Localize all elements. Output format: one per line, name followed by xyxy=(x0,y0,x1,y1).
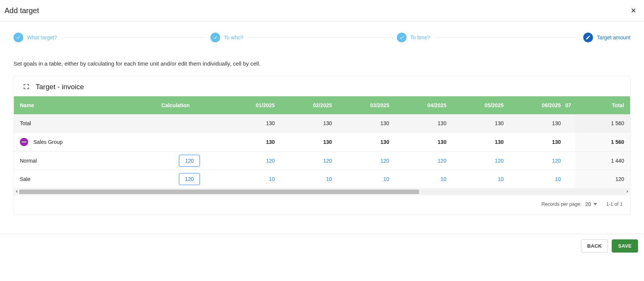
cell-value: 130 xyxy=(336,132,394,151)
check-icon xyxy=(14,33,23,42)
close-button[interactable] xyxy=(629,6,638,15)
cell-partial xyxy=(565,114,575,132)
chevron-down-icon xyxy=(593,203,597,205)
target-card: Target - invoice Name Calculation 01/202… xyxy=(14,76,630,215)
card-title: Target - invoice xyxy=(36,83,84,91)
row-name: Sale xyxy=(14,170,157,188)
calculation-input[interactable]: 120 xyxy=(179,155,200,167)
cell-value: 130 xyxy=(279,114,337,132)
col-calculation: Calculation xyxy=(157,96,222,114)
page-size: Records per page: 20 xyxy=(541,201,597,207)
cell-value[interactable]: 10 xyxy=(508,170,566,188)
table-row-normal: Normal 120 120 120 120 120 120 120 1 440 xyxy=(14,151,630,170)
col-month: 02/2025 xyxy=(279,96,337,114)
row-total: 120 xyxy=(575,170,630,188)
cell-value[interactable]: 10 xyxy=(336,170,394,188)
col-month: 01/2025 xyxy=(222,96,279,114)
stepper: What target? To who? To time? Target amo… xyxy=(14,33,630,42)
step-to-who[interactable]: To who? xyxy=(210,33,243,42)
cell-partial xyxy=(565,170,575,188)
horizontal-scrollbar[interactable] xyxy=(14,188,630,195)
cell-partial xyxy=(565,151,575,170)
pagination: Records per page: 20 1-1 of 1 xyxy=(14,195,630,215)
page-range: 1-1 of 1 xyxy=(606,201,623,207)
card-header: Target - invoice xyxy=(14,76,630,96)
cell-value: 130 xyxy=(394,132,451,151)
cell-value: 130 xyxy=(394,114,451,132)
dialog-footer: BACK SAVE xyxy=(0,234,644,258)
cell-value: 130 xyxy=(279,132,337,151)
row-name: Sales Group xyxy=(14,132,157,151)
cell-value[interactable]: 10 xyxy=(222,170,279,188)
table-row-sale: Sale 120 10 10 10 10 10 10 120 xyxy=(14,170,630,188)
step-label: Target amount xyxy=(597,34,630,40)
scroll-left-icon[interactable] xyxy=(14,190,19,194)
step-divider xyxy=(61,37,207,38)
step-to-time[interactable]: To time? xyxy=(397,33,430,42)
step-divider xyxy=(434,37,580,38)
row-calc xyxy=(157,132,222,151)
cell-value: 130 xyxy=(508,132,566,151)
col-month: 03/2025 xyxy=(336,96,394,114)
cell-value[interactable]: 120 xyxy=(336,151,394,170)
cell-value: 130 xyxy=(222,132,279,151)
back-button[interactable]: BACK xyxy=(581,239,608,253)
cell-value[interactable]: 120 xyxy=(508,151,566,170)
cell-value: 130 xyxy=(451,114,508,132)
fullscreen-icon[interactable] xyxy=(23,83,30,91)
scrollbar-thumb[interactable] xyxy=(19,190,419,194)
row-name: Total xyxy=(14,114,157,132)
page-size-select[interactable]: 20 xyxy=(585,201,597,207)
row-name: Normal xyxy=(14,151,157,170)
step-divider xyxy=(247,37,393,38)
cell-value: 130 xyxy=(336,114,394,132)
cell-value[interactable]: 120 xyxy=(451,151,508,170)
step-label: To who? xyxy=(224,34,243,40)
cell-value: 130 xyxy=(508,114,566,132)
dialog-title: Add target xyxy=(5,6,39,15)
cell-value[interactable]: 10 xyxy=(279,170,337,188)
edit-icon xyxy=(583,33,593,42)
col-month: 06/2025 xyxy=(508,96,566,114)
svg-rect-0 xyxy=(22,142,26,142)
check-icon xyxy=(397,33,407,42)
cell-value[interactable]: 120 xyxy=(222,151,279,170)
row-total: 1 560 xyxy=(575,132,630,151)
cell-partial xyxy=(565,132,575,151)
page-size-value: 20 xyxy=(585,201,591,207)
cell-value[interactable]: 120 xyxy=(279,151,337,170)
save-button[interactable]: SAVE xyxy=(612,239,638,253)
cell-value: 130 xyxy=(222,114,279,132)
table-header-row: Name Calculation 01/2025 02/2025 03/2025… xyxy=(14,96,630,114)
step-label: To time? xyxy=(410,34,430,40)
cell-value: 130 xyxy=(451,132,508,151)
close-icon xyxy=(630,7,637,14)
scroll-right-icon[interactable] xyxy=(625,190,630,194)
col-total: Total xyxy=(575,96,630,114)
page-size-label: Records per page: xyxy=(541,201,581,207)
table-row-group: Sales Group 130 130 130 130 130 130 1 56… xyxy=(14,132,630,151)
step-label: What target? xyxy=(27,34,57,40)
row-total: 1 440 xyxy=(575,151,630,170)
col-month: 04/2025 xyxy=(394,96,451,114)
row-calc: 120 xyxy=(157,170,222,188)
cell-value[interactable]: 10 xyxy=(451,170,508,188)
col-month-partial: 07 xyxy=(565,96,575,114)
row-calc xyxy=(157,114,222,132)
group-label: Sales Group xyxy=(33,139,63,145)
check-icon xyxy=(210,33,220,42)
row-calc: 120 xyxy=(157,151,222,170)
col-name: Name xyxy=(14,96,157,114)
cell-value[interactable]: 10 xyxy=(394,170,451,188)
step-target-amount[interactable]: Target amount xyxy=(583,33,630,42)
scrollbar-track[interactable] xyxy=(19,190,625,194)
step-description: Set goals in a table, either by calculat… xyxy=(14,60,630,67)
collapse-icon[interactable] xyxy=(20,138,28,146)
table-wrapper: Name Calculation 01/2025 02/2025 03/2025… xyxy=(14,96,630,195)
calculation-input[interactable]: 120 xyxy=(179,173,200,185)
dialog-header: Add target xyxy=(0,0,644,21)
row-total: 1 560 xyxy=(575,114,630,132)
col-month: 05/2025 xyxy=(451,96,508,114)
cell-value[interactable]: 120 xyxy=(394,151,451,170)
step-what-target[interactable]: What target? xyxy=(14,33,57,42)
